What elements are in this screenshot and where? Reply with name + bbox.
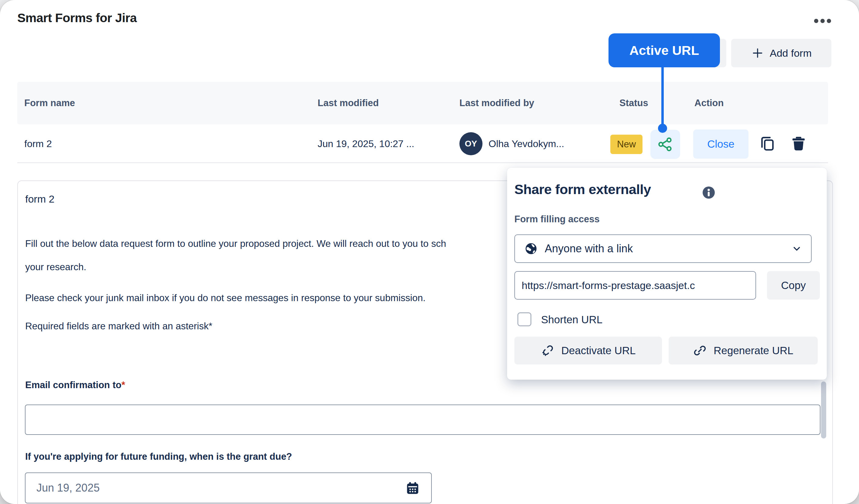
scrollbar-thumb[interactable] [821, 381, 826, 439]
delete-form-button[interactable] [788, 133, 809, 154]
forms-table: Form name Last modified Last modified by… [17, 82, 828, 163]
regenerate-url-button[interactable]: Regenerate URL [668, 336, 818, 364]
grant-due-date-value: Jun 19, 2025 [36, 482, 405, 494]
globe-icon [524, 242, 538, 256]
add-form-label: Add form [770, 47, 812, 59]
active-url-label: Active URL [630, 43, 699, 58]
table-header: Form name Last modified Last modified by… [17, 82, 828, 124]
active-url-tooltip: Active URL [608, 33, 720, 67]
copy-icon [758, 134, 777, 153]
email-confirmation-label: Email confirmation to* [25, 380, 125, 391]
close-form-button[interactable]: Close [693, 129, 749, 159]
shorten-url-label: Shorten URL [541, 314, 602, 326]
table-row: form 2 Jun 19, 2025, 10:27 ... OY Olha Y… [17, 124, 828, 163]
intro-text-line1: Fill out the below data request form to … [25, 238, 446, 249]
share-url-value: https://smart-forms-prestage.saasjet.c [522, 280, 695, 292]
col-form-name: Form name [24, 82, 75, 124]
required-asterisk: * [121, 380, 125, 390]
add-form-button[interactable]: Add form [731, 39, 831, 67]
col-last-modified: Last modified [318, 82, 379, 124]
deactivate-url-label: Deactivate URL [561, 345, 635, 357]
chevron-down-icon [791, 243, 802, 254]
dot [814, 19, 818, 23]
access-select[interactable]: Anyone with a link [514, 234, 812, 263]
dot [820, 19, 825, 23]
share-button[interactable] [650, 130, 680, 159]
grant-due-date-input[interactable]: Jun 19, 2025 [25, 472, 432, 503]
last-modified-cell: Jun 19, 2025, 10:27 ... [318, 124, 414, 163]
col-action: Action [694, 82, 724, 124]
copy-url-button[interactable]: Copy [767, 271, 820, 300]
share-popover: Share form externally Form filling acces… [507, 168, 827, 380]
page-title: Smart Forms for Jira [17, 11, 137, 25]
shorten-url-checkbox[interactable] [517, 312, 531, 326]
form-name-cell[interactable]: form 2 [24, 124, 52, 163]
required-fields-note: Required fields are marked with an aster… [25, 320, 212, 332]
form-filling-access-label: Form filling access [514, 214, 600, 225]
tooltip-connector-dot [658, 124, 667, 133]
access-select-value: Anyone with a link [545, 242, 791, 255]
tooltip-connector-line [661, 67, 664, 126]
share-nodes-icon [657, 136, 674, 153]
plus-icon [751, 46, 764, 60]
link-icon [693, 344, 707, 358]
broken-link-icon [541, 344, 555, 358]
email-confirmation-input[interactable] [25, 405, 820, 435]
dot [827, 19, 831, 23]
share-url-input[interactable]: https://smart-forms-prestage.saasjet.c [514, 271, 756, 300]
share-popover-title: Share form externally [514, 182, 651, 198]
col-last-modified-by: Last modified by [459, 82, 534, 124]
grant-due-label: If you're applying for future funding, w… [25, 451, 292, 462]
form-preview-title: form 2 [25, 193, 54, 205]
duplicate-form-button[interactable] [757, 133, 777, 154]
col-status: Status [619, 82, 648, 124]
intro-text-line2: your research. [25, 262, 86, 273]
info-icon[interactable] [702, 185, 716, 200]
app-window: Smart Forms for Jira Add form Form name … [0, 0, 859, 504]
email-label-text: Email confirmation to [25, 380, 121, 390]
more-menu-icon[interactable] [809, 16, 836, 26]
avatar: OY [459, 132, 482, 155]
calendar-icon[interactable] [405, 480, 421, 496]
deactivate-url-button[interactable]: Deactivate URL [514, 336, 662, 364]
modified-by-cell: Olha Yevdokym... [488, 124, 564, 163]
status-badge: New [610, 135, 643, 154]
regenerate-url-label: Regenerate URL [713, 345, 794, 357]
junk-mail-note: Please check your junk mail inbox if you… [25, 292, 425, 303]
trash-icon [789, 134, 808, 153]
